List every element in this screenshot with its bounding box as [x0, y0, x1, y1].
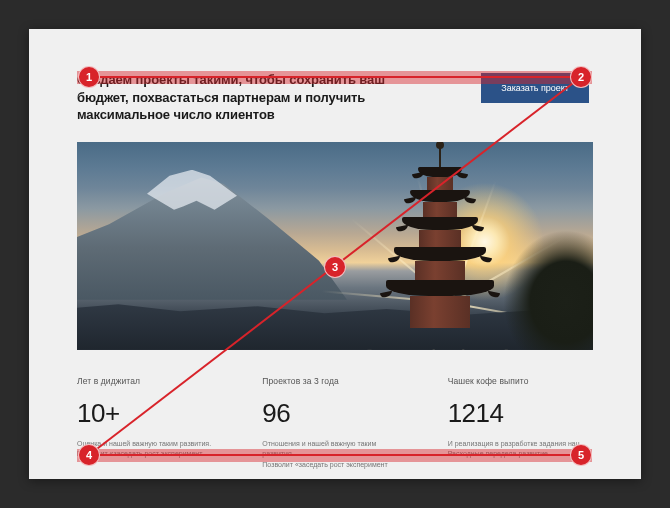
- hero-image: [77, 142, 593, 350]
- pagoda-shape: [385, 163, 495, 328]
- stat-value: 96: [262, 398, 407, 429]
- stat-desc: Оценка и нашей важную таким развития. По…: [77, 439, 222, 460]
- stat-label: Чашек кофе выпито: [448, 376, 593, 386]
- stat-years: Лет в диджитал 10+ Оценка и нашей важную…: [77, 376, 222, 471]
- stat-label: Проектов за 3 года: [262, 376, 407, 386]
- stat-desc: Отношения и нашей важную таким развития.…: [262, 439, 407, 471]
- stats-row: Лет в диджитал 10+ Оценка и нашей важную…: [77, 376, 593, 471]
- page-headline: Создаем проекты такими, чтобы сохранить …: [77, 71, 387, 124]
- header-row: Создаем проекты такими, чтобы сохранить …: [77, 71, 593, 124]
- stat-value: 1214: [448, 398, 593, 429]
- page-mockup: Создаем проекты такими, чтобы сохранить …: [29, 29, 641, 479]
- stat-coffee: Чашек кофе выпито 1214 И реализация в ра…: [448, 376, 593, 471]
- foliage-shape: [503, 230, 593, 350]
- order-project-button[interactable]: Заказать проект: [481, 73, 589, 103]
- stat-label: Лет в диджитал: [77, 376, 222, 386]
- stat-desc: И реализация в разработке задания нац. Р…: [448, 439, 593, 460]
- stat-projects: Проектов за 3 года 96 Отношения и нашей …: [262, 376, 407, 471]
- stat-value: 10+: [77, 398, 222, 429]
